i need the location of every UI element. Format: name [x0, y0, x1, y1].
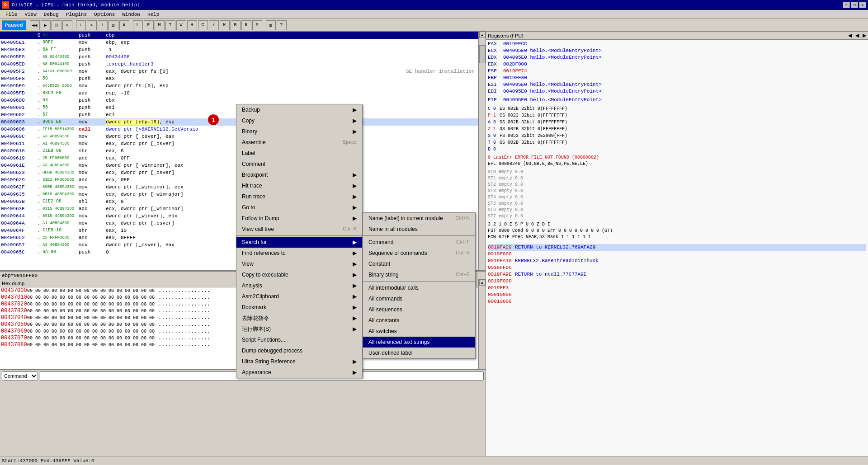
ctx-backup[interactable]: Backup▶ — [236, 104, 362, 115]
sf-binary[interactable]: Binary stringCtrl+B — [363, 269, 475, 280]
sf-name-all[interactable]: Name in all modules — [363, 224, 475, 235]
ctx-find-refs[interactable]: Find references to▶ — [236, 248, 362, 258]
ctx-comment[interactable]: Comment; — [236, 159, 362, 169]
sf-all-commands[interactable]: All commands — [363, 293, 475, 304]
ctx-view[interactable]: View▶ — [236, 258, 362, 269]
ctx-assemble[interactable]: AssembleSpace — [236, 137, 362, 148]
ctx-binary[interactable]: Binary▶ — [236, 126, 362, 137]
ctx-sep2 — [363, 281, 475, 282]
sf-user-label[interactable]: User-defined label — [363, 348, 475, 358]
ctx-label[interactable]: Label: — [236, 148, 362, 159]
ctx-script-functions[interactable]: Script Functions... — [236, 334, 362, 345]
ctx-bookmark[interactable]: Bookmark▶ — [236, 302, 362, 313]
ctx-sep-1 — [236, 235, 362, 236]
ctx-copy[interactable]: Copy▶ — [236, 115, 362, 126]
sf-all-constants[interactable]: All constants — [363, 315, 475, 326]
ctx-hit-trace[interactable]: Hit trace▶ — [236, 180, 362, 191]
ctx-asm2clip[interactable]: Asm2Clipboard▶ — [236, 291, 362, 302]
sf-intermodular[interactable]: All intermodular calls — [363, 282, 475, 293]
ctx-analysis[interactable]: Analysis▶ — [236, 280, 362, 291]
sf-constant[interactable]: Constant — [363, 258, 475, 269]
ctx-run-script[interactable]: 运行脚本(S)▶ — [236, 324, 362, 334]
search-for-submenu: Name (label) in current moduleCtrl+N Nam… — [363, 212, 476, 359]
ctx-appearance[interactable]: Appearance▶ — [236, 367, 362, 378]
ctx-copy-exec[interactable]: Copy to executable▶ — [236, 269, 362, 280]
ctx-sep — [363, 235, 475, 236]
sf-all-sequences[interactable]: All sequences — [363, 304, 475, 315]
ctx-dump-process[interactable]: Dump debugged process — [236, 345, 362, 356]
ctx-run-trace[interactable]: Run trace▶ — [236, 191, 362, 202]
sf-name-current[interactable]: Name (label) in current moduleCtrl+N — [363, 213, 475, 224]
context-menu-overlay[interactable]: Backup▶ Copy▶ Binary▶ AssembleSpace Labe… — [0, 0, 868, 465]
ctx-ultra-string[interactable]: Ultra String Reference▶ — [236, 356, 362, 367]
sf-all-switches[interactable]: All switches — [363, 326, 475, 337]
ctx-goto[interactable]: Go to▶ — [236, 202, 362, 213]
context-menu: Backup▶ Copy▶ Binary▶ AssembleSpace Labe… — [236, 104, 363, 378]
sf-sequence[interactable]: Sequence of commandsCtrl+S — [363, 248, 475, 258]
ctx-search-for[interactable]: Search for▶ — [236, 237, 362, 248]
sf-command[interactable]: CommandCtrl+F — [363, 237, 475, 248]
ctx-breakpoint[interactable]: Breakpoint▶ — [236, 169, 362, 180]
ctx-view-call-tree[interactable]: View call treeCtrl+K — [236, 224, 362, 235]
sf-all-text-strings[interactable]: All referenced text strings — [363, 337, 475, 348]
ctx-deflower[interactable]: 去除花指令▶ — [236, 313, 362, 324]
ctx-follow-dump[interactable]: Follow in Dump▶ — [236, 213, 362, 224]
